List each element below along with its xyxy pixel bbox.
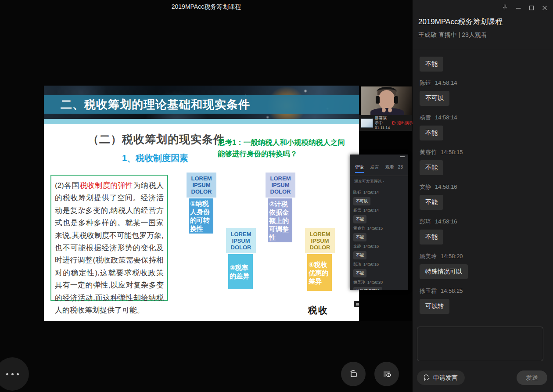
floating-chat-bubble: 不能 [353, 215, 366, 223]
concept-box-header: LOREM IPSUM DOLOR [305, 228, 335, 253]
chat-message: 黄睿竹14:58:15 不能 [420, 148, 546, 175]
request-speak-label: 申请发言 [433, 374, 458, 382]
floating-chat-time: 14:58:15 [367, 226, 383, 230]
chat-time: 14:58:25 [441, 288, 463, 294]
floating-chat-message: 文静14:58:16 不能 [353, 244, 405, 259]
chat-message: 不能 [420, 57, 546, 72]
presenting-status-bar: 屏幕演示中 01:11:14 退出演示 [359, 115, 412, 131]
chat-time: 14:58:15 [441, 149, 463, 155]
concept-box: LOREM IPSUM DOLOR ④税收优惠的差异 [305, 228, 335, 291]
chat-time: 14:58:16 [435, 183, 457, 190]
floating-chat-time: 14:58:16 [363, 244, 379, 248]
concept-box-label: ①纳税人身份的可转换性 [189, 198, 213, 234]
close-icon [542, 5, 548, 11]
tab-watchers: 观看 · 23 [385, 164, 403, 173]
maximize-button[interactable] [528, 5, 535, 11]
floating-chat-author: 黄睿竹 [353, 226, 365, 230]
chat-bubble: 特殊情况可以 [420, 264, 468, 279]
chat-message: 文静14:58:16 不能 [420, 183, 546, 210]
course-title: 2019MPAcc税务筹划课程 [418, 17, 503, 27]
chat-author: 徐玉霜 [420, 288, 437, 294]
close-button[interactable] [542, 5, 548, 11]
chat-message: 杨雪14:58:14 不能 [420, 114, 546, 140]
exit-label: 退出演示 [397, 120, 413, 126]
slide-section-heading: （二）税收筹划的现实条件 [88, 132, 225, 147]
presenter-webcam [361, 86, 412, 115]
minimize-icon [515, 5, 521, 11]
pin-button[interactable] [502, 4, 508, 11]
floating-chat-bubble: 不能 [353, 269, 366, 277]
webcam-person-body [370, 108, 404, 115]
floating-chat-time: 14:58:14 [363, 208, 379, 212]
floating-chat-author: 彭琦 [353, 262, 361, 266]
floating-chat-message: 彭琦14:58:16 不能 [353, 262, 405, 277]
floating-chat-panel: 评论 发言 观看 · 23 观众可发表评论 · 陈钰14:58:14 不可以 杨… [350, 155, 408, 290]
message-input[interactable] [417, 327, 543, 361]
presenting-status: 屏幕演示中 [375, 116, 390, 126]
chat-author: 黄睿竹 [420, 149, 437, 155]
floating-chat-bubble: 特殊情况可以 [353, 287, 382, 290]
chat-author: 彭琦 [420, 218, 431, 225]
window-controls [502, 4, 548, 11]
floating-chat-author: 文静 [353, 244, 361, 248]
floating-chat-bubble: 不可以 [353, 197, 370, 205]
presentation-slide: 二、税收筹划的理论基础和现实条件 （二）税收筹划的现实条件 1、税收制度因素 思… [44, 86, 359, 321]
tab-comments: 评论 [355, 164, 364, 173]
floating-chat-author: 陈钰 [353, 190, 361, 194]
chat-bubble: 不能 [420, 230, 443, 245]
slide-paragraph-box: (2)各国税收制度的弹性为纳税人的税收筹划提供了空间。经济活动是复杂多变的,纳税… [50, 175, 168, 301]
floating-chat-time: 14:58:14 [363, 190, 379, 194]
concept-box: LOREM IPSUM DOLOR ③税率的差异 [226, 228, 256, 289]
floating-chat-tabs: 评论 发言 观看 · 23 [350, 155, 408, 176]
pin-icon [502, 4, 508, 11]
webcam-headphones [377, 87, 397, 97]
chat-message: 姚美玲14:58:20 特殊情况可以 [420, 252, 546, 279]
floating-chat-author: 杨雪 [353, 208, 361, 212]
chat-message: 彭琦14:58:16 不能 [420, 218, 546, 245]
app-window: 2019MPAcc税务筹划课程 二、税收筹划的理论基础和现实条件 （二）税收筹划… [0, 0, 553, 392]
chat-message: 徐玉霜14:58:25 可以转 [420, 287, 546, 314]
chat-time: 14:58:14 [435, 79, 457, 86]
comments-notice: 观众可发表评论 · [350, 176, 408, 188]
tray-camera-icon [356, 303, 359, 306]
chat-bubble: 可以转 [420, 299, 449, 314]
chat-author: 文静 [420, 183, 431, 190]
chat-bubble: 不能 [420, 57, 443, 72]
presenting-timer: 01:11:14 [375, 126, 390, 130]
concept-box-label: ③税率的差异 [228, 254, 253, 289]
webcam-earcup-right [394, 96, 398, 104]
video-stage: 2019MPAcc税务筹划课程 二、税收筹划的理论基础和现实条件 （二）税收筹划… [0, 0, 413, 392]
chat-time: 14:58:20 [441, 253, 463, 259]
switch-screen-button[interactable] [341, 362, 366, 386]
concept-box-header: LOREM IPSUM DOLOR [187, 173, 216, 198]
paragraph-prefix: (2)各国 [55, 181, 79, 190]
paragraph-highlight: 税收制度的弹性 [79, 181, 133, 190]
concept-box: LOREM IPSUM DOLOR ②计税依据金额上的可调整性 [266, 173, 295, 242]
slide-banner-title: 二、税收筹划的理论基础和现实条件 [44, 95, 359, 114]
floating-chat-bubble: 不能 [353, 233, 366, 241]
chat-bubble: 不能 [420, 160, 443, 175]
concept-box-header: LOREM IPSUM DOLOR [266, 173, 295, 198]
minimize-button[interactable] [515, 5, 521, 11]
slide-question-line1: 思考1：一般纳税人和小规模纳税人之间 [218, 137, 356, 148]
chat-author: 姚美玲 [420, 253, 437, 259]
request-speak-button[interactable]: 申请发言 [417, 370, 465, 385]
slide-subheading: 1、税收制度因素 [122, 152, 188, 164]
watch-list-button[interactable] [374, 362, 399, 386]
chat-bubble: 不能 [420, 126, 443, 140]
floating-chat-message: 陈钰14:58:14 不可以 [353, 190, 405, 205]
send-button[interactable]: 发送 [517, 370, 547, 385]
floating-chat-time: 14:58:20 [367, 280, 383, 284]
chat-message-list[interactable]: 不能 陈钰14:58:14 不可以 杨雪14:58:14 不能 黄睿竹14:58… [413, 49, 553, 322]
shared-screen: 二、税收筹划的理论基础和现实条件 （二）税收筹划的现实条件 1、税收制度因素 思… [44, 86, 412, 321]
concept-box-label: ②计税依据金额上的可调整性 [268, 198, 292, 242]
webcam-hand-right [388, 108, 392, 112]
speak-icon [422, 374, 431, 382]
webcam-earcup-left [376, 96, 380, 104]
chat-bubble: 不可以 [420, 91, 449, 106]
screen-thumbnail [361, 119, 373, 128]
chat-message: 陈钰14:58:14 不可以 [420, 79, 546, 106]
floating-chat-time: 14:58:16 [363, 262, 379, 266]
ellipsis-icon [6, 373, 19, 375]
more-options-button[interactable] [0, 357, 29, 391]
